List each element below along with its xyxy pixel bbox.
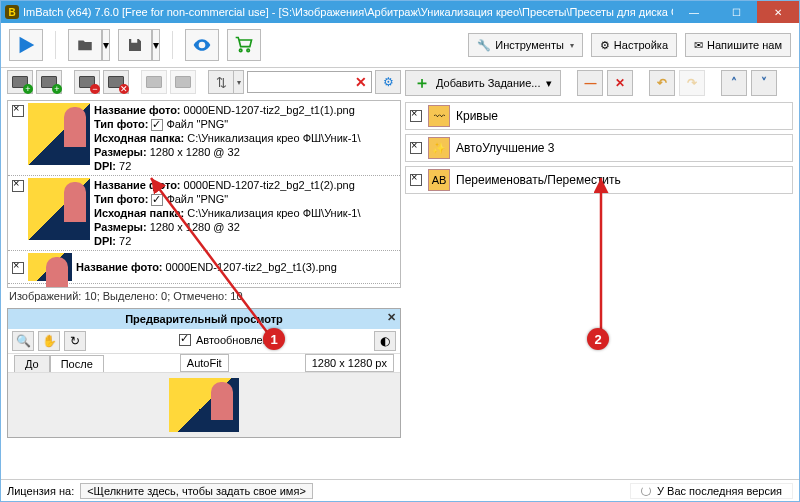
pan-button[interactable]: ✋ bbox=[38, 331, 60, 351]
preview-panel: Предварительный просмотр ✕ 🔍 ✋ ↻ Автообн… bbox=[7, 308, 401, 438]
main-toolbar: ▾ ▾ 🔧 Инструменты ▾ ⚙ Настройка ✉ Напиши… bbox=[1, 23, 799, 68]
fit-mode-select[interactable]: AutoFit bbox=[180, 354, 229, 372]
refresh-button[interactable]: ↻ bbox=[64, 331, 86, 351]
task-redo-button[interactable]: ↷ bbox=[679, 70, 705, 96]
settings-label: Настройка bbox=[614, 39, 668, 51]
autoenhance-icon: ✨ bbox=[428, 137, 450, 159]
close-button[interactable]: ✕ bbox=[757, 1, 799, 23]
preview-dimensions: 1280 x 1280 px bbox=[305, 354, 394, 372]
file-checkbox[interactable] bbox=[12, 105, 24, 117]
task-checkbox[interactable] bbox=[410, 142, 422, 154]
task-label: Переименовать/Переместить bbox=[456, 173, 621, 187]
instruments-label: Инструменты bbox=[495, 39, 564, 51]
file-row[interactable]: Название фото: 0000END-1207-tiz2_bg2_t1(… bbox=[8, 101, 400, 176]
preview-close-button[interactable]: ✕ bbox=[387, 311, 396, 324]
file-thumbnail[interactable] bbox=[28, 253, 72, 281]
zoom-button[interactable]: 🔍 bbox=[12, 331, 34, 351]
shop-button[interactable] bbox=[227, 29, 261, 61]
remove-all-button[interactable]: ✕ bbox=[103, 70, 129, 94]
file-row[interactable]: Название фото: 0000END-1207-tiz2_bg2_t1(… bbox=[8, 176, 400, 251]
right-panel: ＋ Добавить Задание... ▾ — ✕ ↶ ↷ ˄ ˅ 〰 Кр… bbox=[405, 68, 793, 475]
remove-task-button[interactable]: — bbox=[577, 70, 603, 96]
contact-label: Напишите нам bbox=[707, 39, 782, 51]
gear-icon: ⚙ bbox=[600, 39, 610, 52]
file-meta: Название фото: 0000END-1207-tiz2_bg2_t1(… bbox=[94, 178, 361, 248]
file-thumbnail[interactable] bbox=[28, 103, 90, 165]
left-panel: + + − ✕ ⇅ ▾ ✕ ⚙ bbox=[7, 68, 401, 475]
clear-filter-icon[interactable]: ✕ bbox=[355, 74, 367, 90]
file-count-bar: Изображений: 10; Выделено: 0; Отмечено: … bbox=[7, 288, 401, 304]
add-task-label: Добавить Задание... bbox=[436, 77, 540, 89]
instruments-button[interactable]: 🔧 Инструменты ▾ bbox=[468, 33, 583, 57]
filter-settings-button[interactable]: ⚙ bbox=[375, 70, 401, 94]
content-area: 1 2 + + − ✕ ⇅ ▾ ✕ ⚙ bbox=[1, 68, 799, 479]
file-checkbox[interactable] bbox=[12, 180, 24, 192]
task-row[interactable]: AB Переименовать/Переместить bbox=[405, 166, 793, 194]
version-label: У Вас последняя версия bbox=[657, 485, 782, 497]
task-label: Кривые bbox=[456, 109, 498, 123]
task-undo-button[interactable]: ↶ bbox=[649, 70, 675, 96]
sort-button[interactable]: ⇅ bbox=[208, 70, 234, 94]
redo-file-button[interactable] bbox=[170, 70, 196, 94]
open-button[interactable] bbox=[68, 29, 102, 61]
status-bar: Лицензия на: <Щелкните здесь, чтобы зада… bbox=[1, 479, 799, 501]
task-row[interactable]: 〰 Кривые bbox=[405, 102, 793, 130]
add-folder-button[interactable]: + bbox=[36, 70, 62, 94]
preview-toggle-button[interactable] bbox=[185, 29, 219, 61]
file-thumbnail[interactable] bbox=[28, 178, 90, 240]
app-window: B ImBatch (x64) 7.6.0 [Free for non-comm… bbox=[0, 0, 800, 502]
file-checkbox[interactable] bbox=[12, 262, 24, 274]
preview-tabs: До После bbox=[14, 355, 104, 372]
titlebar: B ImBatch (x64) 7.6.0 [Free for non-comm… bbox=[1, 1, 799, 23]
window-title: ImBatch (x64) 7.6.0 [Free for non-commer… bbox=[23, 6, 744, 18]
maximize-button[interactable]: ☐ bbox=[715, 1, 757, 23]
remove-file-button[interactable]: − bbox=[74, 70, 100, 94]
app-icon: B bbox=[5, 5, 19, 19]
minimize-button[interactable]: — bbox=[673, 1, 715, 23]
task-checkbox[interactable] bbox=[410, 174, 422, 186]
file-list[interactable]: Название фото: 0000END-1207-tiz2_bg2_t1(… bbox=[7, 100, 401, 288]
task-toolbar: ＋ Добавить Задание... ▾ — ✕ ↶ ↷ ˄ ˅ bbox=[405, 68, 793, 102]
task-checkbox[interactable] bbox=[410, 110, 422, 122]
undo-file-button[interactable] bbox=[141, 70, 167, 94]
contact-button[interactable]: ✉ Напишите нам bbox=[685, 33, 791, 57]
open-dropdown[interactable]: ▾ bbox=[102, 29, 110, 61]
spinner-icon bbox=[641, 486, 651, 496]
settings-button[interactable]: ⚙ Настройка bbox=[591, 33, 677, 57]
task-label: АвтоУлучшение 3 bbox=[456, 141, 555, 155]
task-move-down-button[interactable]: ˅ bbox=[751, 70, 777, 96]
sort-dropdown[interactable]: ▾ bbox=[234, 70, 244, 94]
task-move-up-button[interactable]: ˄ bbox=[721, 70, 747, 96]
tab-before[interactable]: До bbox=[14, 355, 50, 372]
task-row[interactable]: ✨ АвтоУлучшение 3 bbox=[405, 134, 793, 162]
delete-task-button[interactable]: ✕ bbox=[607, 70, 633, 96]
preview-body[interactable] bbox=[8, 373, 400, 437]
mail-icon: ✉ bbox=[694, 39, 703, 52]
file-meta: Название фото: 0000END-1207-tiz2_bg2_t1(… bbox=[94, 103, 361, 173]
preview-mode-button[interactable]: ◐ bbox=[374, 331, 396, 351]
file-meta: Название фото: 0000END-1207-tiz2_bg2_t1(… bbox=[76, 260, 337, 274]
run-button[interactable] bbox=[9, 29, 43, 61]
add-file-button[interactable]: + bbox=[7, 70, 33, 94]
wrench-icon: 🔧 bbox=[477, 39, 491, 52]
rename-icon: AB bbox=[428, 169, 450, 191]
save-dropdown[interactable]: ▾ bbox=[152, 29, 160, 61]
preview-header: Предварительный просмотр ✕ bbox=[8, 309, 400, 329]
filter-input[interactable]: ✕ bbox=[247, 71, 372, 93]
autoupdate-checkbox[interactable]: Автообновление bbox=[179, 334, 281, 346]
save-button[interactable] bbox=[118, 29, 152, 61]
file-toolbar: + + − ✕ ⇅ ▾ ✕ ⚙ bbox=[7, 68, 401, 100]
file-row[interactable]: Название фото: 0000END-1207-tiz2_bg2_t1(… bbox=[8, 251, 400, 284]
tab-after[interactable]: После bbox=[50, 355, 104, 372]
preview-image bbox=[169, 378, 239, 432]
plus-icon: ＋ bbox=[414, 73, 430, 94]
add-task-button[interactable]: ＋ Добавить Задание... ▾ bbox=[405, 70, 561, 96]
version-box: У Вас последняя версия bbox=[630, 483, 793, 499]
license-name-button[interactable]: <Щелкните здесь, чтобы задать свое имя> bbox=[80, 483, 313, 499]
curves-icon: 〰 bbox=[428, 105, 450, 127]
license-label: Лицензия на: bbox=[7, 485, 74, 497]
preview-title: Предварительный просмотр bbox=[125, 313, 283, 325]
